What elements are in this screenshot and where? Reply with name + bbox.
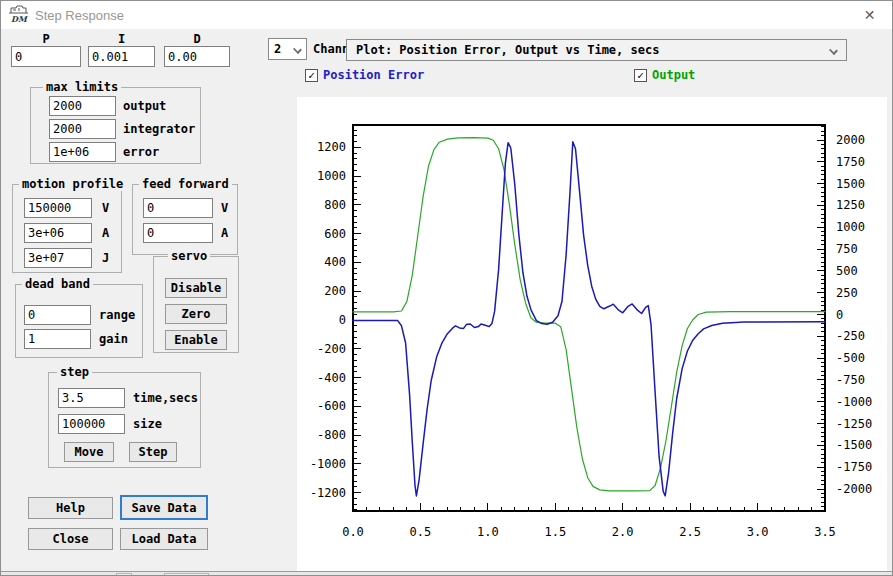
chevron-down-icon xyxy=(829,46,838,55)
svg-text:-2000: -2000 xyxy=(836,482,872,496)
svg-text:1750: 1750 xyxy=(836,155,865,169)
dead-band-range-label: range xyxy=(99,308,135,322)
plot-area: 120010008006004002000-200-400-600-800-10… xyxy=(297,97,887,571)
step-response-window: DM Step Response ✕ P I D 2 Channel Plot:… xyxy=(0,0,893,576)
step-group: step time,secs size Move Step xyxy=(48,372,201,468)
step-size-input[interactable] xyxy=(58,414,125,434)
svg-text:-1500: -1500 xyxy=(836,438,872,452)
help-button[interactable]: Help xyxy=(28,497,113,519)
motion-profile-group: motion profile V A J xyxy=(12,184,122,273)
svg-text:-800: -800 xyxy=(317,428,346,442)
step-size-label: size xyxy=(133,417,162,431)
d-input[interactable] xyxy=(164,46,230,67)
title-bar[interactable]: DM Step Response ✕ xyxy=(1,1,892,29)
velocity-label: V xyxy=(102,201,109,215)
svg-text:-1000: -1000 xyxy=(310,457,346,471)
svg-text:DM: DM xyxy=(11,14,28,24)
max-error-label: error xyxy=(123,145,159,159)
step-button[interactable]: Step xyxy=(129,442,177,462)
position-error-checkbox[interactable]: ✓ xyxy=(305,69,318,82)
servo-disable-button[interactable]: Disable xyxy=(165,278,227,298)
ff-accel-input[interactable] xyxy=(143,223,213,243)
close-button[interactable]: Close xyxy=(28,528,113,550)
save-data-button[interactable]: Save Data xyxy=(120,495,208,520)
svg-text:1250: 1250 xyxy=(836,198,865,212)
svg-text:3.5: 3.5 xyxy=(814,525,836,539)
svg-text:-750: -750 xyxy=(836,373,865,387)
chevron-down-icon xyxy=(293,45,302,54)
p-label: P xyxy=(11,32,81,46)
feed-forward-title: feed forward xyxy=(139,177,232,191)
plot-type-select[interactable]: Plot: Position Error, Output vs Time, se… xyxy=(346,39,847,61)
p-input[interactable] xyxy=(11,46,81,67)
svg-text:-1250: -1250 xyxy=(836,417,872,431)
svg-text:0: 0 xyxy=(339,313,346,327)
channel-select[interactable]: 2 xyxy=(268,38,307,60)
max-integrator-label: integrator xyxy=(123,122,195,136)
background-window-edge xyxy=(1,571,892,576)
accel-input[interactable] xyxy=(24,223,92,243)
dead-band-gain-input[interactable] xyxy=(24,329,91,349)
svg-text:750: 750 xyxy=(836,242,858,256)
plot-type-value: Plot: Position Error, Output vs Time, se… xyxy=(356,43,659,57)
svg-text:1000: 1000 xyxy=(317,169,346,183)
i-input[interactable] xyxy=(88,46,155,67)
svg-text:600: 600 xyxy=(324,227,346,241)
velocity-input[interactable] xyxy=(24,198,92,218)
jerk-input[interactable] xyxy=(24,248,92,268)
window-title: Step Response xyxy=(35,8,124,23)
svg-text:1000: 1000 xyxy=(836,220,865,234)
dead-band-group: dead band range gain xyxy=(15,284,143,358)
check-icon: ✓ xyxy=(637,70,644,81)
ff-accel-label: A xyxy=(221,226,228,240)
svg-text:250: 250 xyxy=(836,286,858,300)
servo-zero-button[interactable]: Zero xyxy=(165,304,227,324)
svg-text:-200: -200 xyxy=(317,342,346,356)
svg-text:2.0: 2.0 xyxy=(612,525,634,539)
svg-text:-1200: -1200 xyxy=(310,486,346,500)
servo-enable-button[interactable]: Enable xyxy=(165,330,227,350)
position-error-label: Position Error xyxy=(323,68,424,82)
step-response-chart[interactable]: 120010008006004002000-200-400-600-800-10… xyxy=(297,97,887,571)
svg-text:1.5: 1.5 xyxy=(544,525,566,539)
svg-text:2000: 2000 xyxy=(836,133,865,147)
check-icon: ✓ xyxy=(308,70,315,81)
close-icon[interactable]: ✕ xyxy=(847,1,892,29)
svg-text:0: 0 xyxy=(836,308,843,322)
max-output-input[interactable] xyxy=(49,96,116,116)
svg-text:800: 800 xyxy=(324,198,346,212)
svg-text:1500: 1500 xyxy=(836,177,865,191)
svg-text:-1750: -1750 xyxy=(836,460,872,474)
ff-velocity-input[interactable] xyxy=(143,198,213,218)
jerk-label: J xyxy=(102,251,109,265)
d-label: D xyxy=(164,32,230,46)
max-limits-title: max limits xyxy=(43,80,121,94)
accel-label: A xyxy=(102,226,109,240)
dead-band-range-input[interactable] xyxy=(24,305,91,325)
load-data-button[interactable]: Load Data xyxy=(120,528,208,550)
svg-text:-1000: -1000 xyxy=(836,395,872,409)
svg-text:1.0: 1.0 xyxy=(477,525,499,539)
output-label: Output xyxy=(652,68,695,82)
feed-forward-group: feed forward V A xyxy=(132,184,238,255)
i-label: I xyxy=(88,32,155,46)
ff-velocity-label: V xyxy=(221,201,228,215)
move-button[interactable]: Move xyxy=(64,442,114,462)
max-integrator-input[interactable] xyxy=(49,119,116,139)
servo-group: servo Disable Zero Enable xyxy=(153,256,239,353)
dead-band-title: dead band xyxy=(22,277,93,291)
svg-text:-250: -250 xyxy=(836,329,865,343)
step-time-label: time,secs xyxy=(133,391,198,405)
output-checkbox[interactable]: ✓ xyxy=(634,69,647,82)
step-time-input[interactable] xyxy=(58,388,125,408)
app-dm-logo-icon: DM xyxy=(8,5,30,24)
svg-text:2.5: 2.5 xyxy=(679,525,701,539)
dead-band-gain-label: gain xyxy=(99,332,128,346)
svg-text:3.0: 3.0 xyxy=(747,525,769,539)
svg-text:500: 500 xyxy=(836,264,858,278)
max-error-input[interactable] xyxy=(49,142,116,162)
svg-text:-400: -400 xyxy=(317,371,346,385)
channel-value: 2 xyxy=(274,42,281,56)
max-output-label: output xyxy=(123,99,166,113)
svg-text:-600: -600 xyxy=(317,399,346,413)
